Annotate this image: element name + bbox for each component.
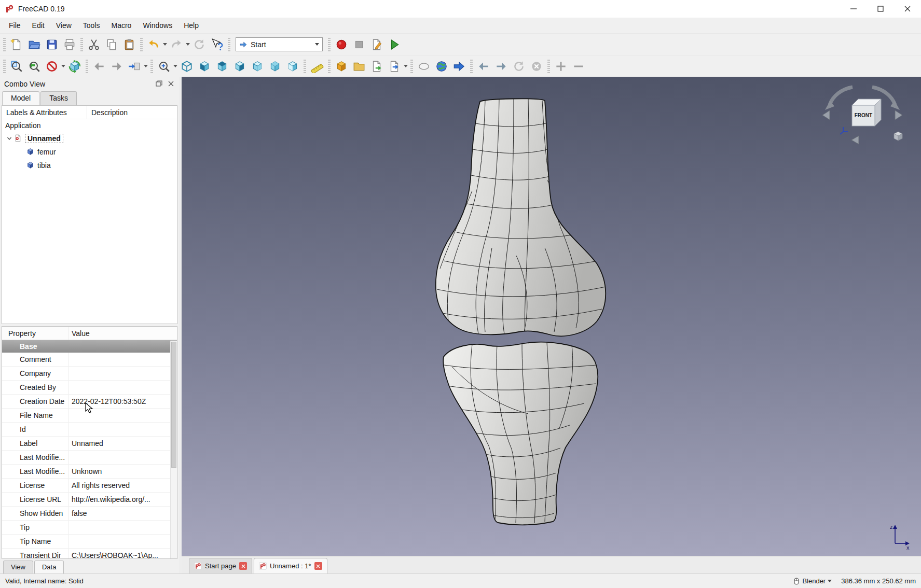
combo-view-header[interactable]: Combo View: [0, 77, 179, 91]
capsule-button[interactable]: [415, 58, 433, 75]
tree-header-description[interactable]: Description: [87, 106, 177, 119]
toolbar-grip[interactable]: [86, 60, 88, 73]
property-value[interactable]: [68, 423, 177, 436]
tree-item-document[interactable]: Unnamed: [2, 132, 177, 145]
property-row[interactable]: Created By: [2, 381, 177, 395]
select-forward-button[interactable]: [108, 58, 126, 75]
toolbar-grip[interactable]: [470, 60, 473, 73]
navcube-mini-cube[interactable]: [894, 132, 902, 141]
property-row[interactable]: Last Modifie...: [2, 451, 177, 465]
maximize-button[interactable]: [867, 0, 894, 18]
femur-solid[interactable]: [436, 99, 608, 336]
property-row[interactable]: License URL http://en.wikipedia.org/...: [2, 493, 177, 507]
tree-item-label[interactable]: Unnamed: [25, 134, 63, 143]
property-row[interactable]: Show Hidden false: [2, 507, 177, 521]
zoom-tools-button[interactable]: [155, 58, 173, 75]
tab-start-page[interactable]: Start page: [189, 558, 252, 573]
menu-view[interactable]: View: [50, 19, 77, 32]
toolbar-grip[interactable]: [140, 38, 143, 51]
toolbar-grip[interactable]: [228, 38, 230, 51]
menu-edit[interactable]: Edit: [26, 19, 50, 32]
property-row[interactable]: License All rights reserved: [2, 479, 177, 493]
axonometric-button[interactable]: [178, 58, 196, 75]
property-row[interactable]: Company: [2, 367, 177, 381]
property-value[interactable]: Unnamed: [68, 437, 177, 450]
edit-macro-button[interactable]: [368, 36, 386, 53]
copy-button[interactable]: [103, 36, 120, 53]
close-button[interactable]: [894, 0, 921, 18]
whats-this-button[interactable]: [208, 36, 226, 53]
tree-header-labels[interactable]: Labels & Attributes: [2, 106, 87, 119]
expander-icon[interactable]: [5, 136, 13, 141]
share-button[interactable]: [386, 58, 403, 75]
doc-tab-label[interactable]: Unnamed : 1*: [270, 562, 311, 570]
tibia-solid[interactable]: [443, 342, 598, 525]
execute-macro-button[interactable]: [386, 36, 403, 53]
view-top-button[interactable]: [213, 58, 231, 75]
menu-macro[interactable]: Macro: [105, 19, 137, 32]
web-button[interactable]: [433, 58, 450, 75]
property-row[interactable]: Tip: [2, 521, 177, 535]
toolbar-grip[interactable]: [304, 60, 306, 73]
property-value[interactable]: [68, 381, 177, 394]
property-value[interactable]: [68, 367, 177, 380]
doc-tab-label[interactable]: Start page: [205, 562, 236, 570]
3d-view[interactable]: FRONT z: [182, 77, 921, 556]
minimize-button[interactable]: [840, 0, 867, 18]
view-left-button[interactable]: [284, 58, 301, 75]
view-rear-button[interactable]: [249, 58, 266, 75]
navigation-cube[interactable]: FRONT: [818, 82, 906, 149]
zoom-out-button[interactable]: [570, 58, 587, 75]
toolbar-grip[interactable]: [3, 60, 6, 73]
property-row[interactable]: Last Modifie... Unknown: [2, 465, 177, 479]
tree-item-label[interactable]: femur: [37, 148, 56, 156]
menu-windows[interactable]: Windows: [137, 19, 178, 32]
undo-button[interactable]: [145, 36, 162, 53]
undo-dropdown[interactable]: [162, 36, 168, 53]
rotate-view-button[interactable]: [66, 58, 84, 75]
tab-view[interactable]: View: [3, 561, 33, 573]
menu-tools[interactable]: Tools: [77, 19, 106, 32]
fit-all-button[interactable]: [8, 58, 25, 75]
nav-forward-button[interactable]: [492, 58, 510, 75]
draw-style-dropdown[interactable]: [61, 58, 66, 75]
property-value[interactable]: C:\Users\ROBOAK~1\Ap...: [68, 549, 177, 559]
new-document-button[interactable]: [8, 36, 25, 53]
property-value[interactable]: [68, 451, 177, 464]
property-value[interactable]: [68, 521, 177, 534]
paste-button[interactable]: [120, 36, 138, 53]
fit-selection-button[interactable]: [25, 58, 43, 75]
navigation-style-selector[interactable]: Blender: [793, 577, 832, 585]
toolbar-grip[interactable]: [150, 60, 153, 73]
property-row[interactable]: Label Unnamed: [2, 437, 177, 451]
property-row[interactable]: Id: [2, 423, 177, 437]
nav-back-button[interactable]: [475, 58, 492, 75]
redo-dropdown[interactable]: [185, 36, 190, 53]
menu-file[interactable]: File: [3, 19, 26, 32]
cut-button[interactable]: [85, 36, 103, 53]
property-row[interactable]: Comment: [2, 353, 177, 367]
menu-help[interactable]: Help: [178, 19, 204, 32]
view-front-button[interactable]: [196, 58, 213, 75]
property-value[interactable]: http://en.wikipedia.org/...: [68, 493, 177, 506]
nav-stop-button[interactable]: [528, 58, 545, 75]
toolbar-grip[interactable]: [328, 38, 331, 51]
toolbar-grip[interactable]: [410, 60, 413, 73]
property-value[interactable]: [68, 353, 177, 366]
property-row[interactable]: Tip Name: [2, 535, 177, 549]
view-right-button[interactable]: [231, 58, 249, 75]
toolbar-grip[interactable]: [547, 60, 550, 73]
property-scrollbar[interactable]: [170, 341, 177, 558]
zoom-in-button[interactable]: [552, 58, 570, 75]
record-macro-button[interactable]: [333, 36, 350, 53]
refresh-button[interactable]: [190, 36, 208, 53]
measure-button[interactable]: [308, 58, 326, 75]
toolbar-grip[interactable]: [80, 38, 83, 51]
close-tab-icon[interactable]: [314, 562, 322, 570]
column-property[interactable]: Property: [2, 327, 68, 340]
view-bottom-button[interactable]: [266, 58, 284, 75]
part-export-button[interactable]: [333, 58, 350, 75]
property-value[interactable]: false: [68, 507, 177, 520]
redo-button[interactable]: [168, 36, 185, 53]
go-button[interactable]: [450, 58, 468, 75]
